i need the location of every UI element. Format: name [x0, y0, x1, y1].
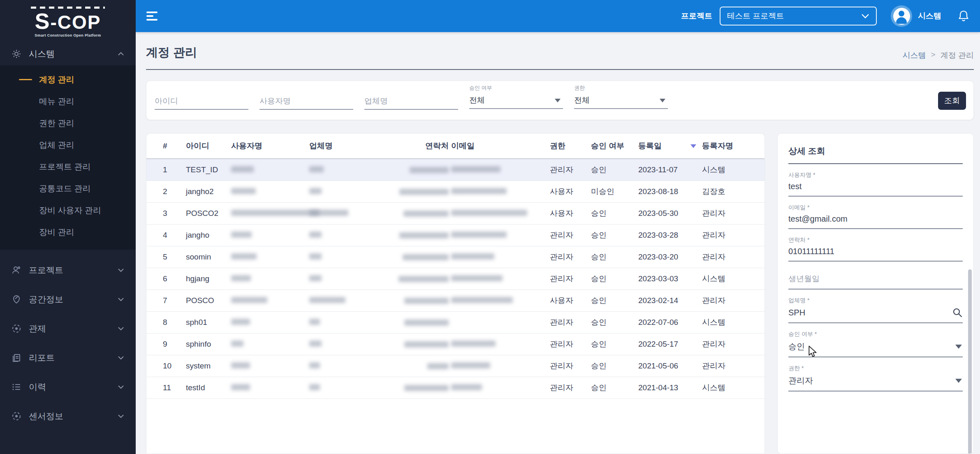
- avatar-icon: [893, 8, 910, 25]
- menu-toggle-button[interactable]: [146, 9, 158, 23]
- sidebar-item-account-mgmt[interactable]: 계정 관리: [0, 69, 136, 90]
- chevron-down-icon: [118, 385, 124, 389]
- col-header-no[interactable]: #: [163, 141, 186, 151]
- cell-approval: 승인: [591, 317, 638, 328]
- cell-registrar: 관리자: [702, 361, 752, 371]
- cell-company-redacted: [309, 252, 375, 262]
- cell-no: 6: [163, 274, 186, 283]
- breadcrumb: 시스템 > 계정 관리: [903, 50, 974, 61]
- cell-regdate: 2021-04-13: [638, 383, 702, 392]
- target-icon: [12, 324, 21, 334]
- project-select[interactable]: 테스트 프로젝트: [720, 7, 877, 25]
- notification-bell-button[interactable]: [958, 10, 969, 22]
- user-avatar[interactable]: [891, 5, 912, 27]
- sidebar-item-project[interactable]: 프로젝트: [0, 255, 136, 285]
- cell-approval: 승인: [591, 208, 638, 219]
- cell-username-redacted: [231, 296, 309, 305]
- col-header-phone[interactable]: 연락처: [375, 141, 451, 151]
- sidebar-item-system[interactable]: 시스템: [0, 42, 136, 65]
- cell-registrar: 관리자: [702, 252, 752, 262]
- cell-id: sph01: [186, 318, 231, 327]
- cell-company-redacted: [309, 165, 375, 174]
- sidebar-item-control[interactable]: 관제: [0, 314, 136, 343]
- cell-username-redacted: [231, 274, 309, 283]
- table-row[interactable]: 9 sphinfo 관리자 승인 2022-05-17 관리자: [146, 334, 765, 355]
- cell-username-redacted: [231, 340, 309, 349]
- cell-email-redacted: [451, 209, 550, 218]
- filter-id-input[interactable]: [155, 93, 248, 110]
- cell-role: 관리자: [550, 164, 591, 175]
- company-search-button[interactable]: [952, 307, 963, 318]
- col-header-approval[interactable]: 승인 여부: [591, 141, 638, 151]
- cell-username-redacted: [231, 383, 309, 392]
- cell-username-redacted: [231, 187, 309, 196]
- cell-no: 1: [163, 165, 186, 174]
- cell-role: 사용자: [550, 186, 591, 197]
- table-row[interactable]: 8 sph01 관리자 승인 2022-07-06 시스템: [146, 312, 765, 334]
- sidebar-item-project-mgmt[interactable]: 프로젝트 관리: [0, 156, 136, 178]
- col-header-email[interactable]: 이메일: [451, 141, 550, 151]
- sidebar-item-commoncode-mgmt[interactable]: 공통코드 관리: [0, 178, 136, 199]
- sidebar-item-sensor-info[interactable]: 센서정보: [0, 401, 136, 431]
- cell-email-redacted: [451, 252, 550, 262]
- filter-role-select[interactable]: 권한 전체: [574, 84, 668, 109]
- detail-field-role: 권한 * 관리자: [788, 365, 963, 391]
- sidebar-item-spatial-info[interactable]: 공간정보: [0, 285, 136, 314]
- detail-scrollbar[interactable]: [968, 269, 972, 454]
- filter-company-input[interactable]: [364, 93, 458, 110]
- cell-phone-redacted: [375, 167, 451, 173]
- col-header-username[interactable]: 사용자명: [231, 141, 309, 151]
- sidebar-item-report[interactable]: 리포트: [0, 343, 136, 372]
- sidebar-item-menu-mgmt[interactable]: 메뉴 관리: [0, 90, 136, 112]
- search-button[interactable]: 조회: [938, 92, 966, 110]
- breadcrumb-parent[interactable]: 시스템: [903, 50, 926, 61]
- cell-approval: 승인: [591, 164, 638, 175]
- col-header-id[interactable]: 아이디: [186, 141, 231, 151]
- sidebar-item-permission-mgmt[interactable]: 권한 관리: [0, 112, 136, 134]
- table-row[interactable]: 6 hgjang 관리자 승인 2023-03-03 시스템: [146, 268, 765, 290]
- detail-company-input[interactable]: SPH: [788, 308, 805, 317]
- list-icon: [12, 382, 21, 392]
- col-header-registrar[interactable]: 등록자명: [702, 141, 752, 151]
- table-row[interactable]: 7 POSCO 사용자 승인 2023-02-14 관리자: [146, 290, 765, 312]
- col-header-company[interactable]: 업체명: [309, 141, 375, 151]
- col-header-role[interactable]: 권한: [550, 141, 591, 151]
- cell-no: 10: [163, 361, 186, 371]
- app-logo[interactable]: S-COP Smart Construction Open Platform: [0, 0, 136, 42]
- system-submenu: 계정 관리 메뉴 관리 권한 관리 업체 관리 프로젝트 관리 공통코드 관리 …: [0, 65, 136, 250]
- detail-email-input[interactable]: test@gmail.com: [788, 214, 848, 224]
- sidebar-item-equipment-mgmt[interactable]: 장비 관리: [0, 221, 136, 243]
- field-label: 업체명 *: [788, 297, 963, 304]
- table-row[interactable]: 1 TEST_ID 관리자 승인 2023-11-07 시스템: [146, 159, 765, 181]
- detail-username-input[interactable]: test: [788, 182, 802, 191]
- cell-id: testId: [186, 383, 231, 392]
- cell-company-redacted: [309, 274, 375, 283]
- cell-id: soomin: [186, 252, 231, 262]
- cell-approval: 승인: [591, 361, 638, 371]
- sidebar-item-company-mgmt[interactable]: 업체 관리: [0, 134, 136, 156]
- sidebar: S-COP Smart Construction Open Platform 시…: [0, 0, 136, 454]
- table-row[interactable]: 2 jangho2 사용자 미승인 2023-08-18 김장호: [146, 181, 765, 203]
- sidebar-item-equipment-user-mgmt[interactable]: 장비 사용자 관리: [0, 199, 136, 221]
- filter-username-input[interactable]: [259, 93, 353, 110]
- sidebar-item-history[interactable]: 이력: [0, 372, 136, 401]
- sidebar-item-label: 리포트: [29, 352, 55, 364]
- cell-username-redacted: [231, 209, 309, 218]
- filter-approval-label: 승인 여부: [469, 84, 563, 92]
- table-row[interactable]: 4 jangho 관리자 승인 2023-03-28 관리자: [146, 225, 765, 246]
- detail-birthdate-input[interactable]: 생년월일: [788, 273, 820, 284]
- detail-role-select[interactable]: 관리자: [788, 372, 963, 391]
- cell-registrar: 관리자: [702, 295, 752, 306]
- detail-approval-select[interactable]: 승인: [788, 338, 963, 357]
- detail-phone-input[interactable]: 01011111111: [788, 247, 834, 256]
- table-row[interactable]: 11 testId 관리자 승인 2021-04-13 시스템: [146, 377, 765, 399]
- cell-phone-redacted: [375, 298, 451, 304]
- table-row[interactable]: 3 POSCO2 사용자 승인 2023-05-30 관리자: [146, 203, 765, 225]
- filter-approval-select[interactable]: 승인 여부 전체: [469, 84, 563, 109]
- cell-role: 관리자: [550, 230, 591, 241]
- table-row[interactable]: 5 soomin 관리자 승인 2023-03-20 관리자: [146, 246, 765, 268]
- cell-email-redacted: [451, 165, 550, 174]
- cell-no: 11: [163, 383, 186, 392]
- table-row[interactable]: 10 system 관리자 승인 2021-05-06 관리자: [146, 355, 765, 377]
- col-header-regdate[interactable]: 등록일: [638, 141, 702, 151]
